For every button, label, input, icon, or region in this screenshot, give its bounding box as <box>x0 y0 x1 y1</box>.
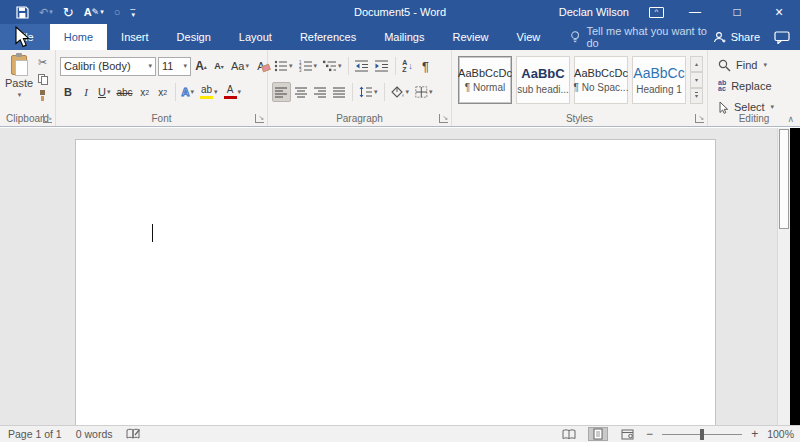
justify-icon <box>333 87 346 98</box>
text-highlight-button[interactable]: ab▾ <box>198 82 220 102</box>
line-spacing-button[interactable]: ▾ <box>357 82 380 102</box>
paste-label: Paste <box>5 77 33 89</box>
multilevel-list-button[interactable]: ▾ <box>321 56 344 76</box>
change-case-button[interactable]: Aa▾ <box>229 56 251 76</box>
shrink-font-button[interactable]: A▾ <box>211 56 227 76</box>
paste-clipboard-icon <box>11 55 27 75</box>
style-normal[interactable]: AaBbCcDc ¶ Normal <box>458 56 512 104</box>
shading-button[interactable]: ▾ <box>389 82 412 102</box>
paragraph-dialog-launcher-icon[interactable]: ↘ <box>439 114 448 123</box>
editing-group-label: Editing <box>708 113 800 124</box>
document-page[interactable] <box>75 139 716 425</box>
strikethrough-button[interactable]: abc <box>114 82 134 102</box>
font-group-label: Font <box>56 113 267 124</box>
minimize-button[interactable]: — <box>680 5 710 19</box>
clear-formatting-button[interactable]: A <box>253 56 269 76</box>
bold-button[interactable]: B <box>60 82 76 102</box>
collapse-ribbon-icon[interactable]: ∧ <box>787 114 794 124</box>
save-icon[interactable] <box>16 6 29 19</box>
zoom-in-button[interactable]: + <box>751 427 758 441</box>
show-hide-pilcrow-button[interactable]: ¶ <box>418 56 434 76</box>
superscript-button[interactable]: x2 <box>155 82 171 102</box>
tab-insert[interactable]: Insert <box>107 24 163 50</box>
underline-button[interactable]: U▾ <box>96 82 112 102</box>
copy-icon[interactable] <box>38 74 48 85</box>
read-mode-view-button[interactable] <box>559 427 579 441</box>
vertical-scrollbar[interactable] <box>777 128 790 425</box>
touch-mode-icon: ○ <box>114 6 121 18</box>
decrease-indent-button[interactable] <box>353 56 371 76</box>
font-dialog-launcher-icon[interactable]: ↘ <box>255 114 264 123</box>
paste-button[interactable]: Paste ▾ <box>3 55 35 111</box>
align-right-button[interactable] <box>312 82 329 102</box>
borders-button[interactable]: ▾ <box>413 82 435 102</box>
tab-layout[interactable]: Layout <box>225 24 286 50</box>
replace-button[interactable]: abac Replace <box>718 77 772 95</box>
numbered-list-icon: 123 <box>299 60 313 72</box>
bullets-button[interactable]: ▾ <box>272 56 295 76</box>
font-color-button[interactable]: A▾ <box>222 82 244 102</box>
comment-feedback-icon[interactable] <box>774 31 790 44</box>
maximize-button[interactable]: □ <box>722 5 752 19</box>
zoom-out-button[interactable]: − <box>646 427 653 441</box>
style-sub-heading[interactable]: AaBbC sub headi... <box>516 56 570 104</box>
tab-references[interactable]: References <box>286 24 370 50</box>
customize-qat-icon[interactable]: –▾ <box>130 7 135 17</box>
vertical-scrollbar-thumb[interactable] <box>779 129 789 229</box>
tab-mailings[interactable]: Mailings <box>370 24 438 50</box>
tab-file[interactable]: File <box>0 24 50 50</box>
cut-icon[interactable]: ✂ <box>38 56 48 69</box>
font-color-bar <box>224 96 237 99</box>
group-font: Calibri (Body)▾ 11▾ A▴ A▾ Aa▾ A B I U▾ a… <box>56 50 268 126</box>
svg-text:3: 3 <box>299 68 302 72</box>
style-no-spacing[interactable]: AaBbCcDc ¶ No Spac... <box>574 56 628 104</box>
print-layout-view-button[interactable] <box>588 427 608 441</box>
tab-view[interactable]: View <box>503 24 555 50</box>
sort-button[interactable]: AZ ↓ <box>400 56 416 76</box>
tab-review[interactable]: Review <box>439 24 503 50</box>
align-right-icon <box>314 87 327 98</box>
title-bar: ↶▾ ↻ A✎▾ ○ –▾ Document5 - Word Declan Wi… <box>0 0 800 24</box>
italic-button[interactable]: I <box>78 82 94 102</box>
find-button[interactable]: Find ▾ <box>718 56 767 74</box>
font-size-select[interactable]: 11▾ <box>158 57 191 76</box>
tell-me-box[interactable]: Tell me what you want to do <box>570 24 712 50</box>
align-center-button[interactable] <box>293 82 310 102</box>
close-button[interactable]: × <box>764 4 794 20</box>
justify-button[interactable] <box>331 82 348 102</box>
increase-indent-button[interactable] <box>373 56 391 76</box>
styles-gallery-more-icon[interactable]: ▾ <box>690 88 703 104</box>
styles-scroll-up-icon[interactable]: ▴ <box>690 56 703 72</box>
format-painter-icon[interactable] <box>38 90 47 101</box>
web-layout-icon <box>621 429 634 440</box>
word-count-status[interactable]: 0 words <box>76 428 113 440</box>
page-count-status[interactable]: Page 1 of 1 <box>8 428 62 440</box>
styles-dialog-launcher-icon[interactable]: ↘ <box>695 114 704 123</box>
font-name-select[interactable]: Calibri (Body)▾ <box>60 57 156 76</box>
align-left-button[interactable] <box>272 82 291 102</box>
redo-icon[interactable]: ↻ <box>63 5 74 20</box>
numbering-button[interactable]: 123 ▾ <box>297 56 320 76</box>
proofing-status-icon[interactable] <box>126 428 141 440</box>
highlight-color-bar <box>200 96 213 99</box>
style-heading-1[interactable]: AaBbCc Heading 1 <box>632 56 686 104</box>
tab-home[interactable]: Home <box>50 24 107 50</box>
subscript-button[interactable]: x2 <box>137 82 153 102</box>
format-style-icon[interactable]: A✎▾ <box>84 6 104 18</box>
align-center-icon <box>295 87 308 98</box>
account-user-name[interactable]: Declan Wilson <box>559 6 629 18</box>
grow-font-button[interactable]: A▴ <box>193 56 209 76</box>
replace-icon: abac <box>718 80 726 92</box>
zoom-slider[interactable] <box>662 429 742 440</box>
clipboard-dialog-launcher-icon[interactable]: ↘ <box>43 114 52 123</box>
ribbon-display-options-icon[interactable]: ^ <box>649 7 664 18</box>
find-magnifier-icon <box>718 59 731 72</box>
tab-design[interactable]: Design <box>163 24 225 50</box>
text-effects-button[interactable]: A▾ <box>180 82 196 102</box>
right-black-strip <box>790 128 800 425</box>
styles-scroll-down-icon[interactable]: ▾ <box>690 72 703 88</box>
share-button[interactable]: Share <box>713 31 760 44</box>
web-layout-view-button[interactable] <box>617 427 637 441</box>
zoom-slider-handle[interactable] <box>700 429 704 440</box>
zoom-level[interactable]: 100% <box>767 428 794 440</box>
